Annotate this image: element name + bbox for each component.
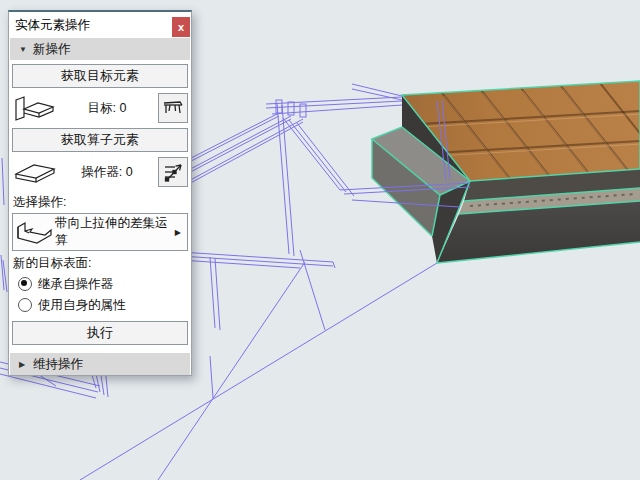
section-keep-operation[interactable]: ▶ 维持操作 — [10, 353, 190, 375]
pick-arrow-icon — [162, 161, 184, 183]
app-window: 实体元素操作 x ▼ 新操作 获取目标元素 目标: — [0, 0, 640, 480]
panel-title: 实体元素操作 — [15, 17, 90, 34]
get-target-button[interactable]: 获取目标元素 — [12, 64, 188, 88]
highlight-target-button[interactable] — [158, 93, 188, 123]
operation-dropdown[interactable]: 带向上拉伸的差集运算 ▶ — [12, 213, 188, 251]
operation-type-icon — [15, 218, 55, 246]
new-target-surface-label: 新的目标表面: — [13, 255, 188, 272]
execute-button[interactable]: 执行 — [12, 321, 188, 345]
section-new-operation[interactable]: ▼ 新操作 — [10, 38, 190, 60]
select-operation-label: 选择操作: — [13, 194, 188, 211]
section-new-operation-label: 新操作 — [33, 41, 71, 58]
table-icon — [162, 97, 184, 119]
operator-count: 操作器: 0 — [56, 164, 158, 181]
pick-operator-button[interactable] — [158, 157, 188, 187]
radio-use-own-attributes[interactable]: 使用自身的属性 — [18, 295, 188, 315]
get-operator-button[interactable]: 获取算子元素 — [12, 128, 188, 152]
dropdown-arrow-icon: ▶ — [175, 228, 183, 237]
target-element-icon — [12, 93, 56, 123]
section-keep-operation-label: 维持操作 — [33, 356, 83, 373]
panel-titlebar[interactable]: 实体元素操作 x — [9, 12, 191, 38]
new-operation-body: 获取目标元素 目标: 0 — [9, 60, 191, 353]
radio-inherit-from-operator[interactable]: 继承自操作器 — [18, 274, 188, 294]
operator-row: 操作器: 0 — [12, 154, 188, 190]
radio-button-unselected[interactable] — [18, 298, 32, 312]
solid-operations-panel: 实体元素操作 x ▼ 新操作 获取目标元素 目标: — [8, 10, 192, 376]
operator-element-icon — [12, 157, 56, 187]
radio-button-selected[interactable] — [18, 277, 32, 291]
target-row: 目标: 0 — [12, 90, 188, 126]
triangle-right-icon: ▶ — [19, 360, 33, 369]
target-count: 目标: 0 — [56, 100, 158, 117]
close-button[interactable]: x — [172, 17, 190, 37]
triangle-down-icon: ▼ — [19, 45, 33, 54]
operation-dropdown-value: 带向上拉伸的差集运算 — [55, 215, 175, 249]
